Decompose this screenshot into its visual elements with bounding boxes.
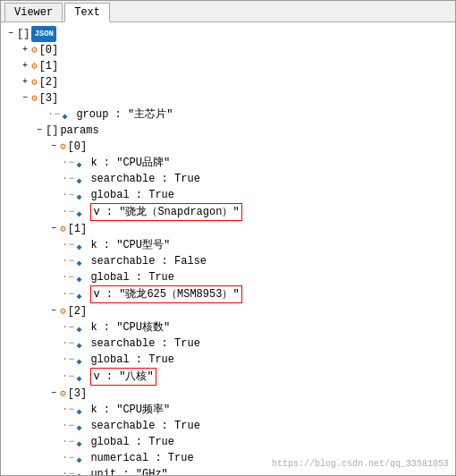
diamond-icon: [76, 288, 89, 301]
gear-icon-2: ⚙: [31, 74, 38, 90]
dash: ·−: [62, 237, 74, 253]
diamond-icon: [76, 468, 89, 475]
p2-k: ·− k : "CPU核数": [4, 319, 452, 336]
item-2-label: [2]: [39, 74, 59, 90]
diamond-icon: [76, 436, 89, 448]
p2-searchable-val: searchable : True: [90, 336, 199, 352]
item-3-toggle[interactable]: −: [19, 90, 31, 106]
gear-icon-1: ⚙: [31, 58, 38, 74]
p1-k: ·− k : "CPU型号": [4, 237, 452, 253]
item-0-label: [0]: [39, 42, 59, 58]
dash: ·−: [47, 106, 60, 123]
dash: ·−: [62, 352, 74, 368]
item-1-toggle[interactable]: +: [19, 58, 31, 74]
dash: ·−: [62, 286, 74, 302]
p3-unit-val: unit : "GHz": [90, 466, 167, 475]
item-2-toggle[interactable]: +: [19, 74, 31, 90]
params-1-label: [1]: [68, 221, 88, 237]
diamond-icon: [76, 420, 89, 432]
main-window: Viewer Text − [] JSON + ⚙ [0] + ⚙ [1] + …: [0, 0, 456, 476]
p3-searchable-val: searchable : True: [90, 418, 199, 434]
p1-global-val: global : True: [90, 269, 174, 285]
p0-k-val: k : "CPU品牌": [90, 155, 170, 171]
dash: ·−: [62, 253, 74, 269]
dash: ·−: [62, 450, 74, 466]
dash: ·−: [62, 204, 74, 220]
p0-searchable-val: searchable : True: [90, 171, 199, 187]
gear-icon-0: ⚙: [31, 42, 38, 58]
item-2: + ⚙ [2]: [4, 74, 452, 90]
p1-v: ·− v : "骁龙625（MSM8953）": [4, 285, 452, 303]
dash: ·−: [62, 418, 74, 434]
item-3: − ⚙ [3]: [4, 90, 452, 106]
tab-text[interactable]: Text: [64, 3, 110, 22]
diamond-icon: [76, 353, 89, 366]
root-toggle[interactable]: −: [4, 26, 17, 42]
p3-global: ·− global : True: [4, 434, 452, 450]
dash: ·−: [62, 187, 74, 203]
dash: ·−: [62, 402, 74, 418]
dash: ·−: [62, 269, 74, 285]
diamond-icon: [76, 370, 89, 383]
field-params: − [] params: [4, 123, 452, 139]
p3-numerical: ·− numerical : True: [4, 450, 452, 466]
root-node: − [] JSON: [4, 26, 452, 42]
p2-v: ·− v : "八核": [4, 368, 452, 386]
p3-k-val: k : "CPU频率": [90, 402, 170, 418]
tree-content: − [] JSON + ⚙ [0] + ⚙ [1] + ⚙ [2] −: [1, 22, 455, 475]
item-1-label: [1]: [39, 58, 59, 74]
diamond-icon: [76, 173, 89, 185]
dash: ·−: [62, 369, 74, 385]
p0-global-val: global : True: [90, 187, 174, 203]
diamond-icon: [76, 157, 89, 169]
p2-global: ·− global : True: [4, 352, 452, 368]
dash: ·−: [62, 336, 74, 352]
p3-searchable: ·− searchable : True: [4, 418, 452, 434]
item-0-toggle[interactable]: +: [19, 42, 31, 58]
p3-unit: ·− unit : "GHz": [4, 466, 452, 475]
gear-icon-p1: ⚙: [60, 221, 66, 237]
diamond-icon: [76, 271, 89, 284]
item-1: + ⚙ [1]: [4, 58, 452, 74]
json-badge: JSON: [31, 26, 56, 42]
diamond-icon: [76, 452, 89, 464]
params-1-toggle[interactable]: −: [47, 221, 60, 237]
p0-global: ·− global : True: [4, 187, 452, 203]
params-3-toggle[interactable]: −: [47, 386, 60, 402]
p0-v-val: v : "骁龙（Snapdragon）": [90, 203, 241, 221]
p2-searchable: ·− searchable : True: [4, 336, 452, 352]
p1-k-val: k : "CPU型号": [90, 237, 170, 253]
diamond-icon: [76, 189, 89, 201]
p0-v: ·− v : "骁龙（Snapdragon）": [4, 203, 452, 221]
p3-k: ·− k : "CPU频率": [4, 402, 452, 418]
group-key: group : "主芯片": [76, 106, 173, 123]
dash: ·−: [62, 319, 74, 336]
gear-icon-p2: ⚙: [60, 303, 66, 319]
p0-searchable: ·− searchable : True: [4, 171, 452, 187]
diamond-icon: [76, 239, 89, 251]
tab-viewer[interactable]: Viewer: [4, 3, 63, 21]
dash: ·−: [62, 155, 74, 171]
p0-k: ·− k : "CPU品牌": [4, 155, 452, 171]
p3-global-val: global : True: [90, 434, 174, 450]
params-bracket: []: [46, 123, 58, 139]
params-2-toggle[interactable]: −: [47, 303, 60, 319]
p2-global-val: global : True: [90, 352, 174, 368]
params-3: − ⚙ [3]: [4, 386, 452, 402]
params-label: params: [60, 123, 98, 139]
dash: ·−: [62, 466, 74, 475]
diamond-icon: [76, 404, 89, 416]
params-0-label: [0]: [68, 139, 88, 155]
params-0-toggle[interactable]: −: [47, 139, 60, 155]
p1-searchable: ·− searchable : False: [4, 253, 452, 269]
dash: ·−: [62, 171, 74, 187]
p2-k-val: k : "CPU核数": [90, 319, 170, 336]
params-toggle[interactable]: −: [33, 123, 46, 139]
params-2-label: [2]: [68, 303, 88, 319]
params-0: − ⚙ [0]: [4, 139, 452, 155]
params-2: − ⚙ [2]: [4, 303, 452, 319]
item-0: + ⚙ [0]: [4, 42, 452, 58]
p2-v-val: v : "八核": [90, 368, 156, 386]
diamond-icon: [76, 206, 89, 218]
tab-bar: Viewer Text: [1, 1, 455, 22]
